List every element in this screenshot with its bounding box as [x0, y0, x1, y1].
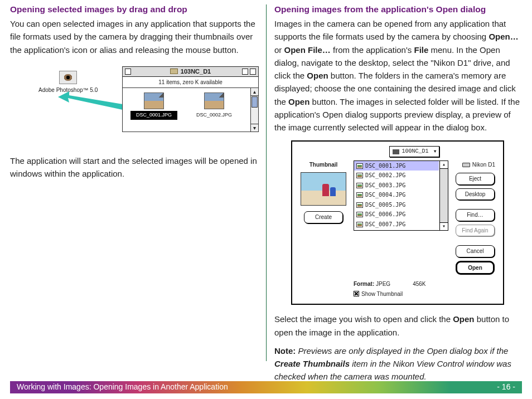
scrollbar-thumb — [252, 96, 258, 108]
scroll-up-icon: ▴ — [440, 161, 448, 169]
jpeg-thumbnail-icon — [204, 93, 224, 109]
svg-marker-0 — [58, 91, 129, 111]
filesize-label: 456K — [413, 280, 425, 289]
folder-dropdown: 100NC_D1 — [389, 146, 439, 157]
open-dialog-dropdown-row: 100NC_D1 — [331, 146, 497, 157]
drag-arrow-icon — [58, 89, 130, 116]
scroll-down-icon: ▾ — [440, 222, 448, 230]
folder-icon — [170, 69, 178, 74]
file-item: DSC_0002.JPG — [191, 93, 238, 127]
open-dialog-illustration: 100NC_D1 Thumbnail Create DSC_0001.JPG D… — [291, 140, 504, 305]
file-label-1: DSC_0001.JPG — [130, 111, 177, 120]
finder-titlebar: 103NC_D1 — [123, 67, 258, 77]
open-dialog-format-row: Format: JPEG 456K — [298, 280, 497, 289]
file-listbox: DSC_0001.JPG DSC_0002.JPG DSC_0003.JPG D… — [354, 160, 448, 231]
list-item: DSC_0008.JPG — [354, 229, 439, 231]
right-heading: Opening images from the application's Op… — [274, 3, 522, 16]
create-button: Create — [304, 211, 343, 223]
cancel-button: Cancel — [456, 245, 495, 257]
checkbox-checked-icon — [354, 291, 359, 296]
list-item: DSC_0007.JPG — [354, 220, 439, 230]
document-icon — [356, 163, 363, 169]
finder-body: DSC_0001.JPG DSC_0002.JPG ▴ ▾ — [123, 88, 258, 132]
vertical-scrollbar: ▴ ▾ — [250, 88, 258, 132]
drive-indicator: Nikon D1 — [453, 160, 497, 169]
list-item: DSC_0001.JPG — [354, 161, 439, 171]
folder-dropdown-label: 100NC_D1 — [402, 147, 428, 156]
file-label-2: DSC_0002.JPG — [191, 111, 238, 120]
desktop-button: Desktop — [456, 188, 495, 201]
collapse-box-icon — [250, 69, 256, 75]
eject-button: Eject — [456, 173, 495, 185]
document-icon — [356, 212, 363, 217]
right-column: Opening images from the application's Op… — [272, 3, 522, 386]
window-controls — [242, 69, 256, 75]
page-number: - 16 - — [497, 381, 515, 393]
list-item: DSC_0003.JPG — [354, 181, 439, 191]
scroll-up-icon: ▴ — [251, 88, 258, 96]
document-icon — [356, 222, 363, 227]
find-button: Find… — [456, 209, 495, 221]
left-column: Opening selected images by drag and drop… — [10, 3, 260, 386]
document-icon — [356, 202, 363, 208]
finder-window: 103NC_D1 11 items, zero K available DSC_… — [122, 66, 259, 133]
list-item: DSC_0002.JPG — [354, 171, 439, 181]
right-note-paragraph: Note: Previews are only displayed in the… — [274, 344, 522, 383]
listbox-scrollbar: ▴ ▾ — [439, 161, 448, 230]
right-paragraph-1: Images in the camera can be opened from … — [274, 17, 522, 134]
scroll-down-icon: ▾ — [251, 124, 258, 132]
finder-title: 103NC_D1 — [181, 67, 211, 76]
left-heading: Opening selected images by drag and drop — [10, 3, 258, 16]
eye-icon — [59, 71, 77, 84]
right-paragraph-2: Select the image you wish to open and cl… — [274, 313, 522, 339]
footer-breadcrumb: Working with Images: Opening Images in A… — [17, 381, 228, 393]
list-item: DSC_0006.JPG — [354, 210, 439, 220]
show-thumbnail-row: Show Thumbnail — [298, 290, 497, 299]
drag-drop-illustration: Adobe Photoshop™ 5.0 103NC_D1 11 items, … — [19, 66, 258, 144]
open-button: Open — [456, 261, 495, 275]
file-list-inner: DSC_0001.JPG DSC_0002.JPG DSC_0003.JPG D… — [354, 161, 439, 230]
close-box-icon — [125, 69, 131, 75]
left-paragraph-2: The application will start and the selec… — [10, 154, 258, 181]
document-icon — [356, 183, 363, 188]
document-icon — [356, 173, 363, 178]
thumbnail-label: Thumbnail — [298, 160, 349, 169]
list-item: DSC_0005.JPG — [354, 200, 439, 210]
list-item: DSC_0004.JPG — [354, 190, 439, 200]
preview-thumbnail — [301, 172, 346, 206]
column-divider — [266, 4, 267, 361]
zoom-box-icon — [242, 69, 248, 75]
document-icon — [356, 192, 363, 198]
find-again-button: Find Again — [456, 225, 495, 237]
finder-info-bar: 11 items, zero K available — [123, 77, 258, 89]
camera-icon — [393, 149, 399, 154]
jpeg-thumbnail-icon — [144, 93, 164, 109]
open-dialog-preview-pane: Thumbnail Create — [298, 160, 349, 277]
left-paragraph-1: You can open selected images in any appl… — [10, 17, 258, 56]
footer-bar: Working with Images: Opening Images in A… — [10, 381, 522, 393]
harddisk-icon — [462, 163, 470, 167]
file-item-selected: DSC_0001.JPG — [130, 93, 177, 127]
open-dialog-buttons: Nikon D1 Eject Desktop Find… Find Again … — [453, 160, 497, 277]
